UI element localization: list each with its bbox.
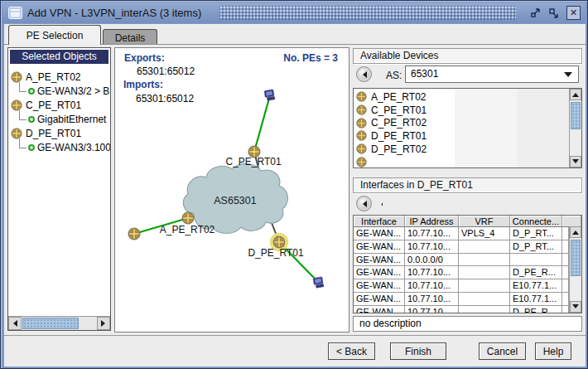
move-left-button[interactable] [356, 66, 372, 82]
description-status: no description [353, 316, 582, 332]
remove-button[interactable] [377, 199, 388, 209]
ce-node-bottom[interactable] [313, 277, 324, 289]
scroll-left-button[interactable] [8, 317, 22, 330]
column-header-vrf[interactable]: VRF [459, 216, 510, 227]
topology-panel: AS65301 C_PE_RT01 A_PE_RT02 [114, 47, 349, 333]
tree-connector [19, 82, 27, 92]
list-item[interactable]: D_PE_RT01 [354, 129, 569, 143]
scrollbar-thumb[interactable] [22, 318, 79, 329]
help-button[interactable]: Help [535, 342, 571, 360]
cell: 10.77.10... [405, 293, 459, 306]
list-item[interactable]: C_PE_RT01 [354, 104, 569, 117]
router-icon [11, 71, 22, 83]
cell [459, 293, 510, 306]
device-name: C_PE_RT02 [371, 117, 427, 129]
cancel-button[interactable]: Cancel [479, 342, 526, 360]
window-title: Add VPN - L3VPN_interAS (3 items) [27, 7, 201, 19]
router-icon [356, 104, 367, 115]
cell [459, 266, 510, 279]
arrow-left-icon [359, 71, 367, 78]
maximize-button[interactable] [547, 6, 561, 20]
footer-divider [4, 335, 586, 336]
cell: 10.77.10... [405, 266, 459, 279]
device-name: A_PE_RT02 [371, 91, 427, 103]
list-item[interactable]: C_PE_RT02 [354, 116, 569, 129]
cell: D_P_RT... [510, 240, 562, 254]
tab-details[interactable]: Details [103, 29, 157, 45]
scrollbar-thumb[interactable] [571, 240, 581, 276]
tree-node-interface[interactable]: GE-WAN3/3.100 [8, 140, 110, 154]
as-label: AS: [386, 70, 402, 81]
imports-label: Imports: [123, 79, 163, 90]
scrollbar-thumb[interactable] [571, 102, 581, 129]
pe-node-d[interactable] [273, 236, 285, 248]
close-button[interactable]: ✕ [566, 6, 581, 20]
router-icon [11, 100, 22, 111]
imports-value: 65301:65012 [136, 93, 194, 104]
arrow-left-icon [10, 320, 17, 327]
router-icon [356, 157, 367, 168]
tree-horizontal-scrollbar[interactable] [8, 316, 110, 330]
scroll-down-button[interactable] [570, 301, 581, 313]
table-row[interactable]: GE-WAN... 10.77.10... VPLS_4 D_P_RT... [354, 227, 569, 240]
arrow-down-icon [572, 159, 579, 167]
pe-node-left[interactable] [128, 228, 140, 240]
table-row[interactable]: GE-WAN... 10.77.10... D_PE_R... [354, 266, 569, 279]
table-body: GE-WAN... 10.77.10... VPLS_4 D_P_RT... G… [354, 227, 569, 313]
pe-node-a[interactable] [182, 212, 194, 224]
scroll-down-button[interactable] [570, 156, 581, 168]
arrow-right-icon [101, 320, 108, 327]
table-row[interactable]: GE-WAN... 10.77.10... D_P_RT... [354, 240, 569, 254]
table-row[interactable]: GE-WAN... 0.0.0.0/0 [354, 254, 569, 267]
exports-value: 65301:65012 [137, 66, 195, 77]
available-devices-list: A_PE_RT02 C_PE_RT01 C_PE_RT02 D_PE_RT01 [353, 88, 582, 168]
router-icon [356, 130, 367, 141]
cell: 10.77.10... [405, 279, 459, 293]
cell [459, 306, 510, 313]
node-label-d: D_PE_RT01 [248, 247, 303, 259]
scroll-up-button[interactable] [570, 89, 581, 100]
ce-node-top[interactable] [264, 90, 275, 101]
cell: GE-WAN... [354, 254, 405, 267]
iconify-button[interactable] [528, 6, 542, 20]
tree-node-interface[interactable]: GE-WAN3/2 > B [8, 84, 110, 98]
table-scrollbar[interactable] [569, 226, 581, 313]
column-header-connected[interactable]: Connecte... [510, 216, 562, 227]
table-row[interactable]: GE-WAN... 10.77.10... E10.77.1... [354, 279, 569, 293]
link-ce-c [254, 95, 270, 152]
cell [562, 240, 569, 254]
available-devices-title: Available Devices [353, 48, 582, 64]
device-list-scrollbar[interactable] [569, 89, 581, 168]
cell: 10.77.10... [405, 227, 459, 240]
list-item[interactable]: D_PE_RT02 [354, 143, 569, 156]
cell [459, 279, 510, 293]
tree-node-interface[interactable]: GigabitEthernet [8, 112, 110, 126]
list-item-partial[interactable] [354, 155, 569, 168]
cell: GE-WAN... [354, 240, 405, 254]
tree-node-label: A_PE_RT02 [26, 71, 81, 83]
title-bar[interactable]: Add VPN - L3VPN_interAS (3 items) ✕ [2, 2, 586, 23]
finish-button[interactable]: Finish [390, 342, 446, 360]
scroll-right-button[interactable] [97, 317, 110, 330]
maximize-icon [548, 7, 559, 18]
scroll-up-button[interactable] [570, 226, 581, 238]
arrow-up-icon [572, 90, 579, 97]
back-button[interactable]: < Back [328, 342, 375, 360]
table-row[interactable]: GE-WAN... 10.77.10... E10.77.1... [354, 293, 569, 306]
iconify-icon [530, 7, 541, 18]
selected-objects-tree: A_PE_RT02 GE-WAN3/2 > B C_PE_RT01 [8, 66, 110, 154]
router-icon [356, 91, 367, 102]
pe-count: No. PEs = 3 [283, 52, 338, 64]
tab-pe-selection[interactable]: PE Selection [8, 25, 101, 45]
column-header-interface[interactable]: Interface [354, 216, 405, 227]
column-header-ip-address[interactable]: IP Address [405, 216, 459, 227]
as-combobox[interactable]: 65301 [405, 66, 579, 83]
move-left-button-2[interactable] [356, 196, 372, 211]
router-icon [356, 118, 367, 129]
cell: D_PE_R [510, 306, 562, 313]
interfaces-title: Interfaces in D_PE_RT01 [353, 177, 582, 193]
tree-node-label: GE-WAN3/2 > B [37, 85, 109, 97]
table-row-partial[interactable]: GE-WAN 10.77.10 D_PE_R [354, 306, 569, 313]
topology-map: AS65301 C_PE_RT01 A_PE_RT02 [115, 48, 349, 332]
list-item[interactable]: A_PE_RT02 [354, 90, 569, 104]
